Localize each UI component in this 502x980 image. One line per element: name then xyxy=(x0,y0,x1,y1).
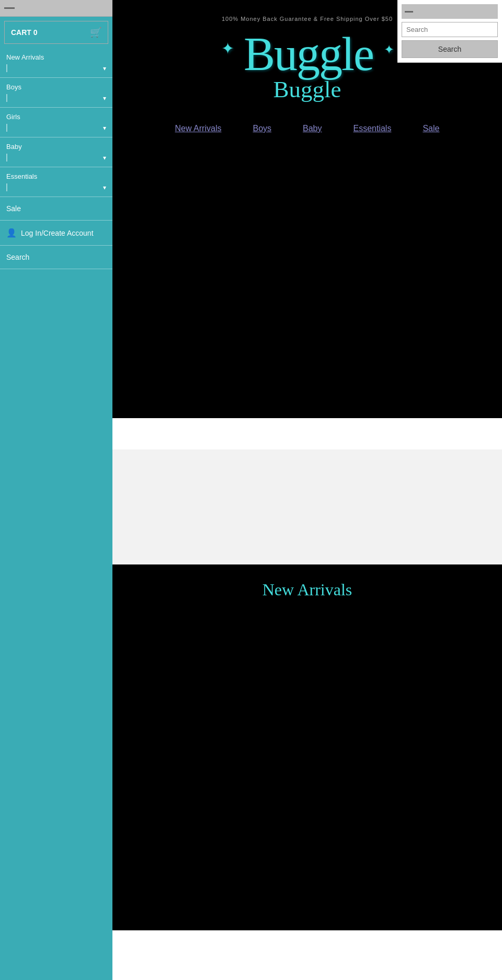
nav-link-new-arrivals[interactable]: New Arrivals xyxy=(175,124,222,133)
nav-link-boys[interactable]: Boys xyxy=(253,124,271,133)
site-tagline: 100% Money Back Guarantee & Free Shippin… xyxy=(222,16,393,22)
sidebar-baby-dropdown-wrapper: ▾ xyxy=(6,154,106,162)
sidebar-item-search[interactable]: Search xyxy=(0,246,112,269)
nav-link-essentials[interactable]: Essentials xyxy=(353,124,392,133)
search-button[interactable]: Search xyxy=(402,40,498,58)
chevron-down-icon: ▾ xyxy=(103,124,106,132)
logo-stars-side: ✦ xyxy=(384,43,393,56)
chevron-down-icon: ▾ xyxy=(103,95,106,102)
logo-main: ✦ Buggle ✦ xyxy=(221,27,394,81)
sidebar-item-sale[interactable]: Sale xyxy=(0,197,112,221)
sidebar-essentials-dropdown-wrapper: ▾ xyxy=(6,183,106,191)
hero-section: 100% Money Back Guarantee & Free Shippin… xyxy=(112,0,502,418)
chevron-down-icon: ▾ xyxy=(103,65,106,72)
top-right-bar xyxy=(402,4,498,19)
sidebar-boys-dropdown-wrapper: ▾ xyxy=(6,94,106,102)
top-right-search-area: Search xyxy=(397,0,502,63)
sidebar-item-new-arrivals[interactable]: New Arrivals ▾ xyxy=(0,48,112,78)
search-input[interactable] xyxy=(402,22,498,37)
chevron-down-icon: ▾ xyxy=(103,184,106,191)
sidebar-sale-label: Sale xyxy=(6,204,21,213)
cart-icon: 🛒 xyxy=(90,27,101,38)
sidebar-item-login[interactable]: 👤 Log In/Create Account xyxy=(0,221,112,246)
sidebar-baby-label: Baby xyxy=(6,143,106,151)
gray-section xyxy=(112,449,502,564)
sidebar-search-label: Search xyxy=(6,253,29,261)
logo-text-main: Buggle xyxy=(244,28,373,80)
sidebar-nav: New Arrivals ▾ Boys ▾ Girls xyxy=(0,48,112,980)
menu-line-icon xyxy=(4,7,15,9)
cart-label: CART 0 xyxy=(11,28,38,37)
sidebar-login-label: Log In/Create Account xyxy=(21,229,94,237)
logo-stars-top: ✦ xyxy=(221,40,233,57)
sidebar-boys-select[interactable] xyxy=(9,94,101,102)
top-right-line-icon xyxy=(405,11,413,13)
main-content: 100% Money Back Guarantee & Free Shippin… xyxy=(112,0,502,980)
white-break xyxy=(112,418,502,449)
sidebar-boys-label: Boys xyxy=(6,83,106,91)
sidebar-girls-dropdown-wrapper: ▾ xyxy=(6,124,106,132)
nav-link-sale[interactable]: Sale xyxy=(423,124,439,133)
chevron-down-icon: ▾ xyxy=(103,154,106,162)
cart-bar[interactable]: CART 0 🛒 xyxy=(4,21,108,44)
sidebar-new-arrivals-select[interactable] xyxy=(9,64,101,72)
sidebar-item-girls[interactable]: Girls ▾ xyxy=(0,108,112,137)
person-icon: 👤 xyxy=(6,228,17,238)
sidebar-essentials-label: Essentials xyxy=(6,172,106,180)
sidebar-girls-select[interactable] xyxy=(9,124,101,132)
nav-link-baby[interactable]: Baby xyxy=(303,124,322,133)
sidebar-item-boys[interactable]: Boys ▾ xyxy=(0,78,112,108)
main-nav: New Arrivals Boys Baby Essentials Sale xyxy=(112,124,502,133)
sidebar-girls-label: Girls xyxy=(6,113,106,121)
sidebar-top-bar xyxy=(0,0,112,17)
sidebar-baby-select[interactable] xyxy=(9,154,101,162)
sidebar-essentials-select[interactable] xyxy=(9,183,101,191)
new-arrivals-section: New Arrivals xyxy=(112,564,502,930)
sidebar-new-arrivals-label: New Arrivals xyxy=(6,53,106,61)
sidebar-item-essentials[interactable]: Essentials ▾ xyxy=(0,167,112,197)
new-arrivals-title: New Arrivals xyxy=(263,580,352,599)
sidebar: CART 0 🛒 New Arrivals ▾ Boys ▾ xyxy=(0,0,112,980)
sidebar-new-arrivals-dropdown-wrapper: ▾ xyxy=(6,64,106,72)
sidebar-item-baby[interactable]: Baby ▾ xyxy=(0,137,112,167)
